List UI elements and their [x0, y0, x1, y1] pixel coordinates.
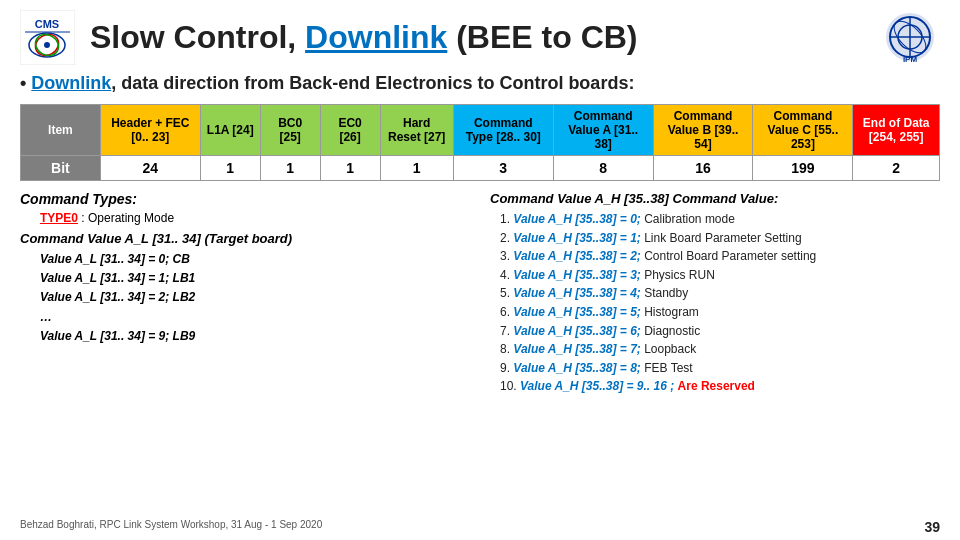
col-header-end-data: End of Data [254, 255] [853, 105, 940, 156]
list-item: 3. Value A_H [35..38] = 2; Control Board… [500, 247, 940, 266]
bit-val-l1a: 1 [200, 156, 260, 181]
bit-val-ec0: 1 [320, 156, 380, 181]
col-header-l1a: L1A [24] [200, 105, 260, 156]
table-header-row: Item Header + FEC [0.. 23] L1A [24] BC0 … [21, 105, 940, 156]
list-item: 7. Value A_H [35..38] = 6; Diagnostic [500, 322, 940, 341]
list-item: Value A_L [31.. 34] = 2; LB2 [40, 288, 470, 307]
col-header-cmd-val-c: Command Value C [55.. 253] [753, 105, 853, 156]
col-header-cmd-val-a: Command Value A [31.. 38] [553, 105, 653, 156]
footer-bar: Behzad Boghrati, RPC Link System Worksho… [20, 519, 940, 535]
list-item: … [40, 308, 470, 327]
bit-val-cmd-val-a: 8 [553, 156, 653, 181]
subtitle: • Downlink, data direction from Back-end… [20, 73, 940, 94]
list-item: Value A_L [31.. 34] = 1; LB1 [40, 269, 470, 288]
svg-point-6 [44, 42, 50, 48]
col-header-item: Item [21, 105, 101, 156]
data-table: Item Header + FEC [0.. 23] L1A [24] BC0 … [20, 104, 940, 181]
list-item: Value A_L [31.. 34] = 9; LB9 [40, 327, 470, 346]
cmd-val-al-title: Command Value A_L [31.. 34] (Target boar… [20, 231, 470, 246]
svg-text:CMS: CMS [35, 18, 59, 30]
page: CMS Slow Control, Downlink (BEE to CB) I… [0, 0, 960, 540]
col-header-fec: Header + FEC [0.. 23] [100, 105, 200, 156]
list-item: 5. Value A_H [35..38] = 4; Standby [500, 284, 940, 303]
bit-val-hard-reset: 1 [380, 156, 453, 181]
bit-val-cmd-type: 3 [453, 156, 553, 181]
subtitle-downlink: Downlink [31, 73, 111, 93]
bullet: • [20, 73, 31, 93]
list-item: 6. Value A_H [35..38] = 5; Histogram [500, 303, 940, 322]
right-column: Command Value A_H [35..38] Command Value… [490, 191, 940, 396]
subtitle-suffix: , data direction from Back-end Electroni… [111, 73, 634, 93]
cmd-val-al-items: Value A_L [31.. 34] = 0; CB Value A_L [3… [40, 250, 470, 346]
title-suffix: (BEE to CB) [447, 19, 637, 55]
left-column: Command Types: TYPE0 : Operating Mode Co… [20, 191, 470, 396]
col-header-ec0: EC0 [26] [320, 105, 380, 156]
bit-val-cmd-val-c: 199 [753, 156, 853, 181]
command-types-title: Command Types: [20, 191, 470, 207]
svg-text:IPM: IPM [903, 55, 918, 64]
list-item: Value A_L [31.. 34] = 0; CB [40, 250, 470, 269]
list-item: 10. Value A_H [35..38] = 9.. 16 ; Are Re… [500, 377, 940, 396]
bit-val-end-data: 2 [853, 156, 940, 181]
type0-desc: : Operating Mode [78, 211, 174, 225]
list-item: 8. Value A_H [35..38] = 7; Loopback [500, 340, 940, 359]
page-number: 39 [924, 519, 940, 535]
list-item: 9. Value A_H [35..38] = 8; FEB Test [500, 359, 940, 378]
type0-row: TYPE0 : Operating Mode [40, 211, 470, 225]
col-header-hard-reset: Hard Reset [27] [380, 105, 453, 156]
header-row: CMS Slow Control, Downlink (BEE to CB) I… [20, 10, 940, 65]
table-bit-row: Bit 24 1 1 1 1 3 8 16 199 2 [21, 156, 940, 181]
cms-logo: CMS [20, 10, 75, 65]
col-header-bc0: BC0 [25] [260, 105, 320, 156]
right-items: 1. Value A_H [35..38] = 0; Calibration m… [500, 210, 940, 396]
bit-val-cmd-val-b: 16 [653, 156, 753, 181]
content-area: Command Types: TYPE0 : Operating Mode Co… [20, 191, 940, 396]
list-item: 1. Value A_H [35..38] = 0; Calibration m… [500, 210, 940, 229]
page-title: Slow Control, Downlink (BEE to CB) [90, 19, 880, 56]
bit-val-bc0: 1 [260, 156, 320, 181]
col-header-cmd-type: Command Type [28.. 30] [453, 105, 553, 156]
type0-label: TYPE0 [40, 211, 78, 225]
col-header-cmd-val-b: Command Value B [39.. 54] [653, 105, 753, 156]
title-downlink: Downlink [305, 19, 447, 55]
right-title: Command Value A_H [35..38] Command Value… [490, 191, 940, 206]
are-reserved-label: Are Reserved [678, 379, 755, 393]
bit-label: Bit [21, 156, 101, 181]
title-prefix: Slow Control, [90, 19, 305, 55]
list-item: 4. Value A_H [35..38] = 3; Physics RUN [500, 266, 940, 285]
ipm-logo: IPM [880, 10, 940, 65]
bit-val-header: 24 [100, 156, 200, 181]
footer-citation: Behzad Boghrati, RPC Link System Worksho… [20, 519, 322, 535]
list-item: 2. Value A_H [35..38] = 1; Link Board Pa… [500, 229, 940, 248]
